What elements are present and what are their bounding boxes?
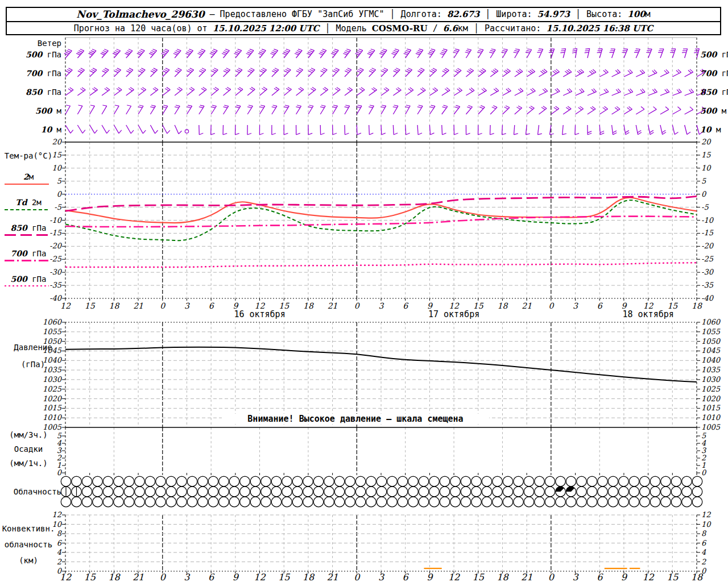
svg-text:3: 3 (378, 572, 385, 582)
svg-text:0: 0 (160, 301, 166, 310)
wind-barbs (64, 48, 706, 135)
svg-text:2: 2 (57, 558, 62, 566)
svg-text:3: 3 (572, 572, 579, 582)
svg-text:2: 2 (701, 558, 706, 566)
altitude-value: 100 (627, 8, 645, 21)
svg-text:21: 21 (326, 572, 338, 582)
legend-line-2m (5, 184, 49, 185)
svg-text:1055: 1055 (701, 327, 721, 336)
svg-text:5: 5 (701, 177, 706, 185)
convective-section-label-3: (км) (0, 556, 57, 565)
svg-text:16 октября: 16 октября (234, 309, 285, 319)
cloud-section-label: Облачность (0, 487, 61, 496)
svg-text:3: 3 (184, 301, 190, 310)
forecast-time: 15.10.2025 12:00 UTC (213, 22, 320, 35)
header-row-2: Прогноз на 120 часа(ов) от 15.10.2025 12… (7, 22, 720, 35)
wind-barbs-row-4 (65, 125, 703, 135)
svg-text:6: 6 (403, 572, 410, 582)
svg-text:6: 6 (403, 301, 408, 310)
wind-barbs-row-0 (64, 48, 700, 58)
calculated-time: 15.10.2025 16:38 UTC (546, 22, 653, 35)
cloud-symbols (61, 476, 702, 507)
svg-text:12: 12 (60, 301, 71, 310)
svg-text:18: 18 (108, 572, 121, 582)
svg-text:1005: 1005 (701, 423, 721, 431)
svg-text:10: 10 (52, 164, 62, 172)
svg-text:21: 21 (133, 572, 144, 582)
svg-text:0: 0 (354, 572, 361, 582)
svg-text:-35: -35 (701, 281, 714, 289)
wind-level-label-right-1: 700 гПа (700, 69, 728, 78)
convective-section-label-1: Конвективн. (0, 524, 57, 533)
wind-level-label-left-0: 500 гПа (0, 50, 61, 59)
svg-text:12: 12 (642, 572, 654, 582)
legend-label-2m: 2м (0, 172, 57, 181)
wind-level-label-right-0: 500 гПа (700, 50, 728, 59)
svg-text:8: 8 (701, 529, 707, 538)
svg-text:1050: 1050 (701, 337, 721, 346)
svg-text:15: 15 (667, 572, 679, 582)
svg-text:21: 21 (522, 301, 532, 310)
header-row-1: Nov_Tolmachevo_29630 — Предоставлено ФГБ… (7, 8, 720, 22)
svg-text:-10: -10 (701, 216, 714, 225)
svg-text:-30: -30 (701, 268, 714, 276)
svg-text:6: 6 (597, 572, 603, 582)
svg-text:1020: 1020 (43, 394, 63, 403)
meteogram-page: 2020151510105500-5-5-10-10-15-15-20-20-2… (0, 0, 728, 582)
wind-level-label-right-4: 10 м (700, 125, 721, 134)
legend-label-td: Td 2м (0, 198, 57, 207)
svg-text:1010: 1010 (43, 413, 63, 422)
svg-text:8: 8 (57, 529, 63, 538)
svg-text:9: 9 (621, 572, 628, 582)
svg-text:1025: 1025 (43, 385, 62, 393)
legend-line-850 (5, 234, 49, 236)
svg-text:-5: -5 (701, 203, 709, 211)
wind-barbs-row-1 (65, 68, 705, 77)
svg-text:4: 4 (701, 548, 706, 556)
svg-text:17 октября: 17 октября (428, 309, 479, 319)
svg-text:10: 10 (701, 164, 712, 172)
svg-text:6: 6 (57, 539, 63, 547)
meteogram-plot: 2020151510105500-5-5-10-10-15-15-20-20-2… (0, 0, 728, 582)
svg-text:1025: 1025 (701, 385, 721, 393)
wind-barbs-row-2 (65, 87, 706, 95)
model-slash: / (433, 22, 438, 35)
svg-text:21: 21 (133, 301, 143, 310)
model-name: COSMO-RU (372, 22, 428, 35)
svg-text:15: 15 (473, 572, 485, 582)
pressure-section-label-2: (гПа) (5, 360, 61, 369)
svg-text:0: 0 (701, 468, 707, 477)
svg-text:1055: 1055 (43, 327, 62, 336)
model-resolution: 6.6 (443, 22, 458, 35)
svg-text:15: 15 (701, 151, 711, 159)
svg-text:1030: 1030 (43, 375, 63, 384)
svg-text:3: 3 (573, 301, 578, 310)
svg-text:0: 0 (160, 572, 167, 582)
svg-text:6: 6 (208, 572, 215, 582)
provider: — Предоставлено ФГБУ "ЗапСиб УГМС" (210, 8, 384, 21)
longitude-label: Долгота: (401, 8, 442, 21)
convective-section-label-2: облачность (0, 540, 57, 549)
svg-text:-15: -15 (701, 228, 714, 237)
divider: │ (320, 22, 336, 35)
svg-text:-25: -25 (701, 255, 714, 263)
forecast-label: Прогноз на 120 часа(ов) от (74, 22, 208, 35)
model-label: Модель (336, 22, 367, 35)
svg-text:3: 3 (184, 572, 191, 582)
wind-level-label-left-2: 850 гПа (0, 88, 61, 97)
svg-text:12: 12 (448, 572, 460, 582)
precip-section-label-2: Осадки (0, 444, 57, 454)
svg-text:1015: 1015 (43, 404, 62, 412)
model-resolution-unit: км (458, 22, 468, 35)
legend-label-700: 700 гПа (0, 249, 57, 258)
svg-text:18: 18 (303, 572, 315, 582)
svg-text:1040: 1040 (701, 356, 721, 364)
svg-text:6: 6 (597, 301, 603, 310)
svg-text:12: 12 (52, 510, 61, 519)
svg-text:6: 6 (701, 539, 707, 547)
svg-text:1045: 1045 (701, 346, 721, 355)
svg-text:18: 18 (498, 301, 508, 310)
temperature-section-label: Тем-ра(°C) (0, 151, 57, 160)
svg-text:0: 0 (57, 468, 63, 477)
wind-section-label: Ветер (0, 39, 61, 48)
